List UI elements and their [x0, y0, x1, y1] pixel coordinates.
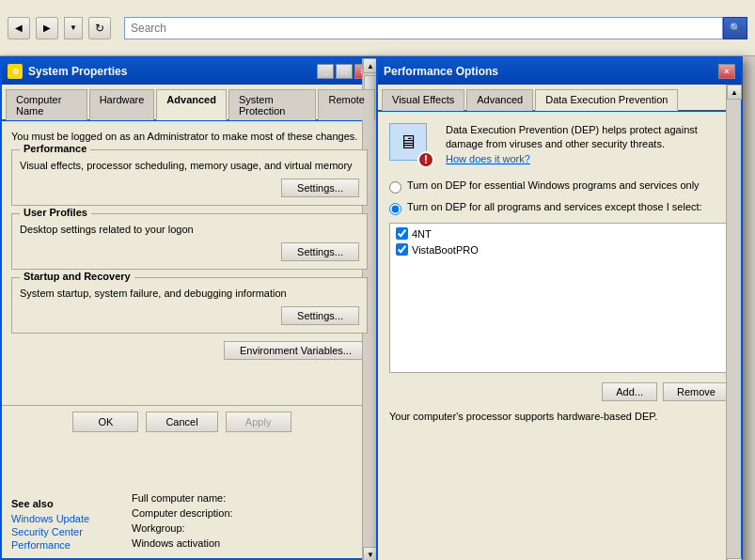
add-button[interactable]: Add... [602, 382, 657, 401]
tab-hardware[interactable]: Hardware [89, 89, 155, 120]
perf-tabs: Visual Effects Advanced Data Execution P… [378, 85, 741, 112]
nav-dropdown[interactable]: ▼ [64, 17, 83, 39]
window-icon: ⚙ [8, 64, 23, 79]
dep-header: 🖥 ! Data Execution Prevention (DEP) help… [389, 123, 730, 168]
right-info: Full computer name: Computer description… [124, 487, 362, 558]
performance-options-dialog: Performance Options × Visual Effects Adv… [376, 56, 743, 560]
list-buttons: Add... Remove [389, 382, 730, 401]
perf-dialog-title: Performance Options [384, 65, 498, 78]
tab-system-protection[interactable]: System Protection [228, 89, 317, 120]
perf-scroll-up[interactable]: ▲ [727, 85, 742, 100]
startup-recovery-label: Startup and Recovery [20, 271, 134, 282]
computer-name-label: Full computer name: [132, 492, 226, 504]
workgroup-row: Workgroup: [132, 522, 354, 534]
user-profiles-label: User Profiles [20, 207, 91, 218]
dep-support-text: Your computer's processor supports hardw… [389, 411, 730, 422]
env-variables-button[interactable]: Environment Variables... [224, 341, 368, 360]
tab-advanced[interactable]: Advanced [156, 89, 227, 120]
program-vistabootpro-checkbox[interactable] [396, 243, 408, 256]
performance-section: Performance Visual effects, processor sc… [11, 149, 368, 206]
tab-dep[interactable]: Data Execution Prevention [535, 89, 678, 111]
windows-update-link[interactable]: Windows Update [11, 513, 115, 524]
security-center-link[interactable]: Security Center [11, 526, 115, 537]
see-also-title: See also [11, 498, 115, 509]
dep-how-link[interactable]: How does it work? [446, 153, 530, 164]
startup-recovery-section: Startup and Recovery System startup, sys… [11, 277, 368, 334]
cancel-button[interactable]: Cancel [146, 412, 217, 432]
performance-desc: Visual effects, processor scheduling, me… [20, 160, 359, 171]
program-vistabootpro-label: VistaBootPRO [412, 244, 479, 256]
perf-scrollbar[interactable]: ▲ ▼ [726, 85, 741, 560]
startup-recovery-desc: System startup, system failure, and debu… [20, 288, 359, 299]
intro-text: You must be logged on as an Administrato… [11, 131, 368, 142]
performance-label: Performance [20, 143, 90, 154]
computer-desc-label: Computer description: [132, 507, 233, 519]
user-profiles-section: User Profiles Desktop settings related t… [11, 213, 368, 270]
performance-link[interactable]: Performance [11, 539, 115, 551]
see-also-section: See also Windows Update Security Center … [2, 492, 124, 558]
dep-essential-radio[interactable] [389, 181, 401, 194]
windows-activation-row: Windows activation [132, 537, 354, 549]
performance-settings-button[interactable]: Settings... [281, 179, 359, 197]
apply-button[interactable]: Apply [226, 412, 291, 432]
startup-recovery-settings-button[interactable]: Settings... [281, 306, 359, 325]
program-4nt-checkbox[interactable] [396, 227, 408, 240]
remove-button[interactable]: Remove [663, 382, 730, 401]
titlebar-title: ⚙ System Properties [8, 64, 127, 79]
forward-button[interactable]: ▶ [36, 17, 58, 39]
tab-computer-name[interactable]: Computer Name [6, 89, 87, 120]
user-profiles-settings-button[interactable]: Settings... [281, 242, 359, 261]
tab-remote[interactable]: Remote [318, 89, 375, 120]
tab-advanced-perf[interactable]: Advanced [466, 89, 533, 111]
minimize-button[interactable]: _ [317, 64, 334, 79]
computer-desc-row: Computer description: [132, 507, 354, 519]
content-area: ▲ ▼ ⚙ System Properties _ □ × Comp [0, 56, 755, 560]
computer-name-row: Full computer name: [132, 492, 354, 504]
maximize-button[interactable]: □ [336, 64, 353, 79]
search-go-button[interactable]: 🔍 [723, 17, 747, 39]
perf-content: 🖥 ! Data Execution Prevention (DEP) help… [378, 112, 741, 444]
ok-button[interactable]: OK [72, 412, 138, 432]
tab-visual-effects[interactable]: Visual Effects [382, 89, 464, 111]
system-props-tabs: Computer Name Hardware Advanced System P… [2, 85, 377, 121]
dep-description: Data Execution Prevention (DEP) helps pr… [446, 123, 730, 168]
search-bar: 🔍 [124, 17, 747, 39]
programs-list[interactable]: 4NT VistaBootPRO [389, 223, 730, 373]
back-button[interactable]: ◀ [8, 17, 30, 39]
window-title: System Properties [28, 65, 127, 78]
program-4nt-label: 4NT [412, 228, 432, 240]
windows-activation-label: Windows activation [132, 537, 220, 549]
perf-close-button[interactable]: × [718, 64, 735, 79]
list-item: VistaBootPRO [392, 241, 727, 257]
system-properties-window: ▲ ▼ ⚙ System Properties _ □ × Comp [0, 56, 379, 560]
list-item: 4NT [392, 226, 727, 241]
perf-titlebar: Performance Options × [378, 58, 741, 85]
refresh-button[interactable]: ↻ [88, 17, 111, 39]
browser-toolbar: ◀ ▶ ▼ ↻ 🔍 [0, 0, 755, 56]
workgroup-label: Workgroup: [132, 522, 185, 534]
search-input[interactable] [124, 17, 723, 39]
dep-all-radio[interactable] [389, 203, 401, 215]
dep-radio-essential: Turn on DEP for essential Windows progra… [389, 179, 730, 194]
dep-radio-all: Turn on DEP for all programs and service… [389, 201, 730, 215]
dep-icon: 🖥 ! [389, 123, 434, 168]
user-profiles-desc: Desktop settings related to your logon [20, 224, 359, 235]
dep-warning-badge: ! [417, 151, 434, 168]
system-props-titlebar: ⚙ System Properties _ □ × [2, 58, 377, 85]
